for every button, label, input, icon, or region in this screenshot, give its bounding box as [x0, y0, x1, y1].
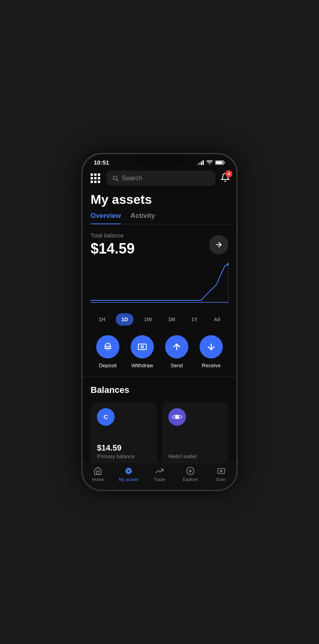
tab-activity[interactable]: Activity: [131, 212, 155, 224]
phone-notch: [135, 154, 184, 166]
status-time: 10:51: [94, 159, 109, 166]
balances-title: Balances: [91, 385, 228, 395]
balance-cards: C $14.59 Primary balance: [91, 402, 228, 466]
receive-label: Receive: [202, 362, 221, 368]
deposit-action[interactable]: Deposit: [96, 335, 119, 368]
deposit-label: Deposit: [99, 362, 117, 368]
home-icon: [93, 467, 102, 475]
tabs-container: Overview Activity: [83, 212, 236, 224]
wifi-icon: [206, 160, 213, 165]
svg-text:C: C: [104, 413, 108, 420]
balance-section: Total balance $14.59: [83, 224, 236, 260]
search-icon: [112, 175, 119, 181]
receive-action[interactable]: Receive: [200, 335, 223, 368]
nav-assets-label: My assets: [119, 477, 139, 482]
web3-balance-card[interactable]: Web3 wallet: [162, 402, 228, 466]
send-label: Send: [171, 362, 183, 368]
svg-rect-12: [138, 344, 146, 350]
page-title: My assets: [83, 189, 236, 212]
arrow-right-icon: [215, 241, 223, 249]
nav-trade[interactable]: Trade: [144, 467, 175, 482]
send-icon: [172, 342, 182, 352]
filter-1h[interactable]: 1H: [93, 313, 111, 326]
nav-earn-label: Earn: [216, 477, 226, 482]
balance-label: Total balance: [91, 232, 135, 239]
deposit-icon: [103, 342, 113, 352]
receive-icon: [206, 342, 216, 352]
top-bar: Search 4: [83, 167, 236, 189]
earn-icon: [217, 467, 226, 475]
primary-balance-label: Primary balance: [97, 453, 151, 459]
battery-icon: [215, 160, 225, 165]
bottom-nav: Home My assets Trade: [83, 462, 236, 490]
explore-icon: [186, 467, 195, 475]
actions-row: Deposit Withdraw: [83, 332, 236, 376]
svg-rect-0: [197, 163, 198, 165]
balances-section: Balances C $14.59 Primary balance: [83, 377, 236, 466]
notification-bell[interactable]: 4: [220, 173, 230, 184]
saturn-logo: [172, 412, 182, 422]
trade-icon: [155, 467, 164, 475]
web3-balance-label: Web3 wallet: [168, 453, 222, 459]
filter-all[interactable]: All: [208, 313, 226, 326]
send-icon-circle: [165, 335, 188, 358]
nav-assets[interactable]: My assets: [113, 467, 144, 482]
grid-menu-icon[interactable]: [89, 172, 102, 185]
filter-1d[interactable]: 1D: [116, 313, 134, 326]
scroll-content[interactable]: Search 4 My assets Overview Acti: [83, 167, 236, 490]
chart-svg: [91, 260, 228, 308]
send-action[interactable]: Send: [165, 335, 188, 368]
signal-icon: [197, 160, 204, 165]
coinbase-icon: C: [97, 408, 115, 426]
search-placeholder: Search: [122, 175, 142, 182]
nav-explore-label: Explore: [183, 477, 198, 482]
nav-trade-label: Trade: [154, 477, 165, 482]
nav-home[interactable]: Home: [83, 467, 113, 482]
withdraw-label: Withdraw: [131, 362, 153, 368]
status-icons: [197, 160, 225, 165]
web3-icon: [168, 408, 186, 426]
withdraw-icon: [137, 342, 147, 352]
svg-rect-3: [203, 160, 204, 165]
tab-overview[interactable]: Overview: [91, 212, 121, 224]
nav-home-label: Home: [92, 477, 104, 482]
withdraw-icon-circle: [131, 335, 154, 358]
svg-point-13: [141, 346, 143, 348]
svg-rect-1: [199, 162, 200, 165]
coinbase-logo: C: [101, 412, 111, 422]
nav-earn[interactable]: Earn: [206, 467, 236, 482]
withdraw-action[interactable]: Withdraw: [131, 335, 154, 368]
notification-badge: 4: [225, 170, 232, 177]
primary-balance-amount: $14.59: [97, 443, 151, 453]
filter-1y[interactable]: 1Y: [186, 313, 203, 326]
svg-line-8: [117, 179, 118, 181]
time-filters: 1H 1D 1W 1M 1Y All: [83, 312, 236, 332]
phone-frame: 10:51: [81, 153, 238, 491]
assets-icon: [124, 467, 133, 475]
svg-rect-2: [201, 161, 202, 165]
balance-amount: $14.59: [91, 240, 135, 257]
phone-screen: 10:51: [83, 154, 236, 490]
nav-explore[interactable]: Explore: [175, 467, 206, 482]
primary-balance-card[interactable]: C $14.59 Primary balance: [91, 402, 157, 466]
filter-1w[interactable]: 1W: [139, 313, 158, 326]
deposit-icon-circle: [96, 335, 119, 358]
filter-1m[interactable]: 1M: [162, 313, 181, 326]
svg-rect-5: [224, 161, 225, 163]
balance-chart: [83, 260, 236, 308]
search-bar[interactable]: Search: [107, 171, 216, 186]
svg-rect-6: [216, 161, 223, 164]
balance-detail-button[interactable]: [209, 235, 228, 254]
receive-icon-circle: [200, 335, 223, 358]
